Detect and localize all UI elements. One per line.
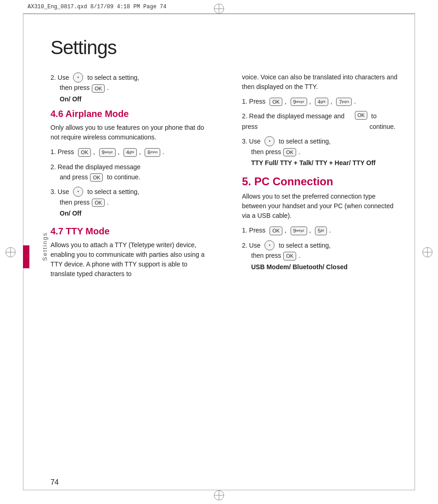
key-5jkl: 5jkl (315, 227, 327, 235)
section-5-heading: 5. PC Connection (242, 175, 401, 188)
key-9wxyz-3: 9wxyz (291, 227, 307, 235)
sidebar-label: Settings (41, 232, 48, 261)
46-step-3: 3. Use • to select a setting, then press… (51, 187, 210, 218)
ok-key-4: OK (92, 199, 105, 207)
section-47-heading: 4.7 TTY Mode (51, 226, 210, 237)
nav-button-4: • (264, 240, 275, 250)
ok-key-9: OK (283, 252, 296, 260)
reg-mark-left (6, 247, 16, 257)
section-46-body: Only allows you to use features on your … (51, 123, 210, 142)
tty-step-2: 2. Read the displayed message and press … (242, 111, 401, 132)
reg-mark-right (422, 247, 432, 257)
left-column: 2. Use • to select a setting, then press… (51, 72, 219, 476)
page-number: 74 (51, 478, 59, 487)
ok-key-7: OK (283, 148, 296, 156)
tty-step-1: 1. Press OK , 9wxyz , 4ghi , 7pqrs . (242, 96, 401, 106)
tty-step-3: 3. Use • to select a setting, then press… (242, 136, 401, 168)
reg-mark-top (214, 4, 224, 14)
sidebar-tab (23, 245, 29, 268)
key-9wxyz-2: 9wxyz (291, 98, 307, 106)
page-title: Settings (51, 37, 401, 59)
46-result: On/ Off (60, 208, 210, 218)
key-4ghi-1: 4ghi (124, 148, 137, 156)
ok-key-1: OK (92, 84, 105, 93)
key-9wxyz-1: 9wxyz (99, 148, 116, 156)
nav-button-3: • (264, 136, 275, 146)
section-5-body: Allows you to set the preferred connecti… (242, 192, 401, 221)
key-6mno-1: 6mno (145, 148, 160, 156)
tty-result: TTY Full/ TTY + Talk/ TTY + Hear/ TTY Of… (251, 158, 401, 168)
key-7pqrs: 7pqrs (336, 98, 352, 106)
ok-key-5: OK (270, 98, 282, 106)
nav-button-2: • (73, 187, 83, 197)
46-step-1: 1. Press OK , 9wxyz , 4ghi , 6mno . (51, 147, 210, 157)
key-4ghi-2: 4ghi (315, 98, 328, 106)
nav-button-1: • (73, 72, 83, 83)
ok-key-8: OK (270, 227, 282, 235)
step2-num: 2. Use (51, 72, 71, 83)
right-intro-text: voice. Voice can also be translated into… (242, 72, 401, 92)
pc-step-2: 2. Use • to select a setting, then press… (242, 240, 401, 272)
section-46-heading: 4.6 Airplane Mode (51, 109, 210, 119)
step-2-intro: 2. Use • to select a setting, then press… (51, 72, 210, 104)
pc-step-1: 1. Press OK , 9wxyz , 5jkl . (242, 225, 401, 235)
ok-key-3: OK (90, 173, 103, 182)
two-column-layout: 2. Use • to select a setting, then press… (51, 72, 401, 476)
right-column: voice. Voice can also be translated into… (237, 72, 401, 476)
section-47-body: Allows you to attach a TTY (Teletype wri… (51, 240, 210, 279)
step2-result: On/ Off (60, 94, 210, 104)
46-step-2: 2. Read the displayed message and press … (51, 162, 210, 183)
ok-key-6: OK (355, 111, 367, 119)
ok-key-2: OK (78, 148, 91, 156)
main-content: Settings 2. Use • to select a setting, t… (51, 37, 401, 476)
header-text: AX310_Eng_0817.qxd 8/17/09 4:18 PM Page … (28, 4, 166, 10)
reg-mark-bottom (214, 490, 224, 500)
pc-result: USB Modem/ Bluetooth/ Closed (251, 262, 401, 272)
